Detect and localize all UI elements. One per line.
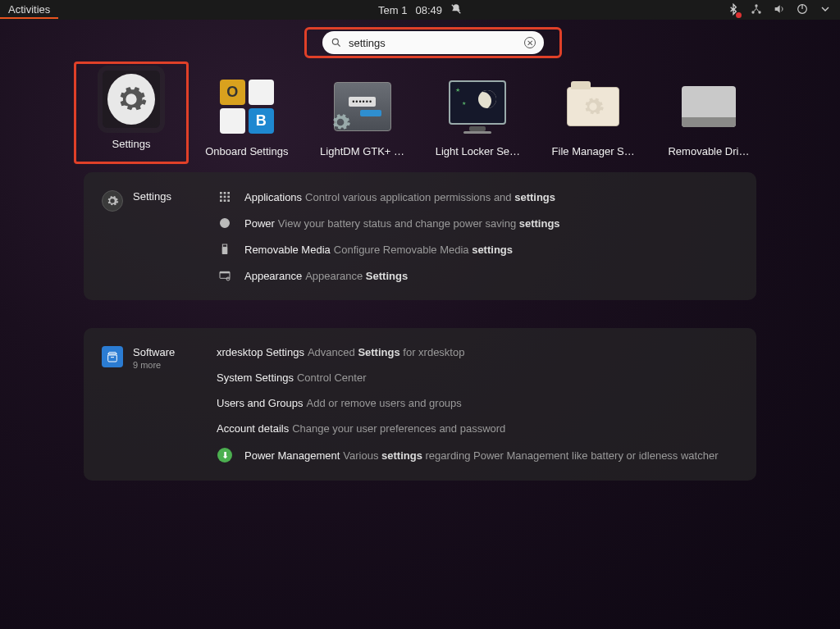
software-item-system-settings[interactable]: System SettingsControl Center [217,371,738,384]
settings-panel-header: Settings [102,190,217,282]
app-removable-drives[interactable]: Removable Dri… [651,78,766,164]
gear-icon [107,74,155,125]
svg-rect-9 [224,192,226,194]
search-input[interactable] [349,37,518,49]
svg-rect-8 [220,192,222,194]
usb-icon [217,243,233,256]
app-light-locker-settings[interactable]: ★ ★ Light Locker Se… [420,78,535,164]
svg-rect-11 [220,196,222,198]
svg-rect-21 [220,271,230,273]
appearance-icon [217,269,233,282]
activities-button[interactable]: Activities [0,2,58,19]
search-highlight: ✕ [304,27,562,58]
row-desc-hl: settings [514,191,555,203]
software-item-power-management[interactable]: ⬇ Power ManagementVarious settings regar… [217,448,738,463]
svg-rect-10 [227,192,230,194]
software-results-panel: Software 9 more xrdesktop SettingsAdvanc… [84,328,756,481]
app-label: Removable Dri… [668,145,749,157]
app-label: Settings [112,138,151,150]
svg-point-2 [758,11,760,13]
svg-point-3 [755,4,757,7]
row-desc: Appearance [305,270,366,282]
app-results-row: Settings OB Onboard Settings •••••• Ligh… [74,78,766,164]
search-field[interactable]: ✕ [322,31,544,54]
date-label: Tem 1 [378,4,407,16]
settings-item-removable-media[interactable]: Removable MediaConfigure Removable Media… [217,243,738,256]
software-item-account-details[interactable]: Account detailsChange your user preferen… [217,422,738,435]
settings-item-appearance[interactable]: AppearanceAppearance Settings [217,269,738,282]
drive-icon [682,86,736,127]
row-desc-hl: settings [381,449,422,462]
software-item-users-groups[interactable]: Users and GroupsAdd or remove users and … [217,397,738,409]
volume-icon[interactable] [773,2,786,18]
svg-rect-13 [227,196,230,198]
settings-item-power[interactable]: PowerView your battery status and change… [217,217,738,230]
app-label: LightDM GTK+ … [320,145,404,157]
row-title: Power Management [244,449,340,462]
power-icon [217,217,233,230]
onboard-icon: OB [220,80,274,134]
svg-line-7 [338,44,340,47]
row-desc: Add or remove users and groups [307,397,462,409]
search-icon [331,37,342,48]
svg-point-1 [751,11,754,13]
row-title: System Settings [217,371,294,384]
app-settings[interactable]: Settings [74,62,189,164]
software-icon [102,346,123,367]
svg-rect-18 [222,244,226,247]
row-title: Removable Media [244,244,331,256]
row-desc-hl: settings [519,217,560,230]
row-title: Power [244,217,275,230]
app-lightdm-gtk[interactable]: •••••• LightDM GTK+ … [305,78,420,164]
row-title: Appearance [244,270,302,282]
svg-rect-16 [227,199,230,202]
row-desc-hl: Settings [366,270,408,282]
software-panel-sub[interactable]: 9 more [133,360,175,370]
app-file-manager-settings[interactable]: File Manager S… [536,78,651,164]
system-tray[interactable] [727,2,840,18]
software-panel-title: Software [133,346,175,358]
power-icon[interactable] [796,2,809,18]
bluetooth-icon[interactable] [727,3,740,16]
software-item-xrdesktop[interactable]: xrdesktop SettingsAdvanced Settings for … [217,346,738,358]
row-desc: Control Center [297,371,367,384]
row-title: Applications [244,191,302,203]
lightdm-icon: •••••• [334,82,391,131]
clock[interactable]: Tem 1 08:49 [378,3,462,17]
svg-rect-12 [224,196,226,198]
app-label: Light Locker Se… [436,145,520,157]
row-desc: Control various application permissions … [305,191,514,203]
row-desc-hl: settings [472,244,513,256]
monitor-icon: ★ ★ [449,80,506,125]
svg-rect-15 [224,199,226,202]
row-title: Users and Groups [217,397,304,409]
row-desc: View your battery status and change powe… [278,217,519,230]
time-label: 08:49 [415,4,442,16]
svg-rect-14 [220,199,222,202]
row-desc: Configure Removable Media [334,244,472,256]
settings-item-applications[interactable]: ApplicationsControl various application … [217,190,738,203]
app-onboard-settings[interactable]: OB Onboard Settings [189,78,304,164]
app-label: Onboard Settings [205,145,288,157]
svg-point-6 [332,39,338,44]
clear-search-icon[interactable]: ✕ [524,37,536,48]
svg-point-22 [226,277,230,280]
row-desc-post: regarding Power Management like battery … [422,449,719,462]
moon-icon [478,90,496,108]
row-title: xrdesktop Settings [217,346,304,358]
software-panel-header: Software 9 more [102,346,217,463]
grid-icon [217,190,233,203]
chevron-down-icon[interactable] [819,2,832,18]
network-icon[interactable] [750,2,763,18]
svg-rect-19 [222,247,228,254]
settings-panel-title: Settings [133,190,171,203]
row-title: Account details [217,422,289,435]
notifications-muted-icon [450,3,462,17]
settings-results-panel: Settings ApplicationsControl various app… [84,172,756,300]
row-desc-hl: Settings [358,346,399,358]
folder-icon [567,87,619,126]
download-icon: ⬇ [217,448,232,463]
top-bar: Activities Tem 1 08:49 [0,0,840,20]
gear-icon [102,190,123,212]
row-desc: Change your user preferences and passwor… [292,422,505,435]
